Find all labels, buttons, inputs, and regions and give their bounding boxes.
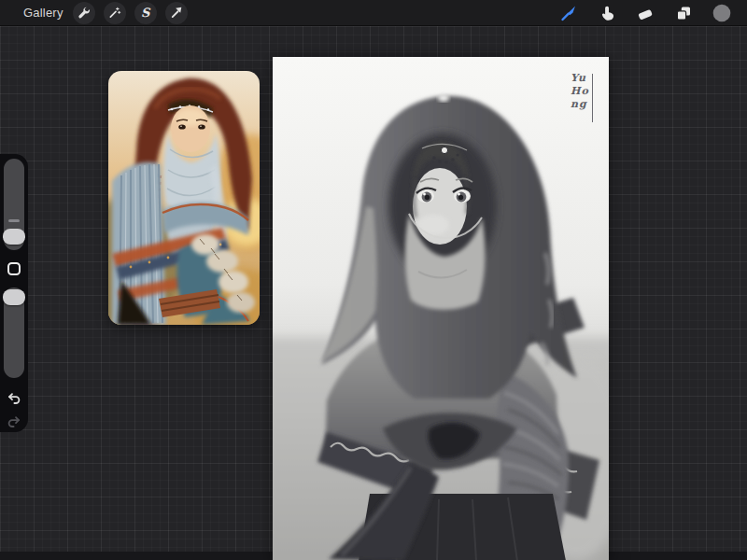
brush-size-tick [8,219,20,222]
brush-size-handle[interactable] [3,229,25,245]
reference-image[interactable] [108,71,260,325]
signature-stroke [592,74,594,122]
redo-arrow-icon[interactable] [7,414,21,429]
actions-button[interactable] [73,2,95,24]
paint-tool-button[interactable] [559,4,578,22]
top-toolbar: Gallery S [0,0,747,26]
artist-signature: Yu Ho ng [571,72,593,122]
undo-arrow-icon[interactable] [7,391,21,406]
magic-wand-icon [107,6,121,20]
side-toolbar [0,154,28,432]
grayscale-painting [273,57,609,560]
smudge-finger-icon [598,4,616,22]
reference-photo [108,71,260,325]
canvas-workspace[interactable]: Yu Ho ng [0,26,747,560]
color-button[interactable] [712,4,731,22]
signature-line: Yu [571,72,589,85]
color-circle [712,4,731,22]
eraser-icon [636,4,655,22]
smudge-tool-button[interactable] [598,4,616,22]
transform-arrow-icon [169,6,183,20]
left-tool-group: S [73,2,188,24]
transform-button[interactable] [165,2,188,24]
signature-line: Ho [571,85,589,98]
erase-tool-button[interactable] [636,4,655,22]
gallery-button[interactable]: Gallery [23,6,63,20]
layers-button[interactable] [674,4,693,22]
wrench-icon [77,6,91,20]
layers-icon [674,4,693,22]
paintbrush-icon [559,4,578,22]
signature-line: ng [571,98,589,111]
selection-button[interactable]: S [134,2,157,24]
adjustments-button[interactable] [104,2,126,24]
right-tool-group [559,0,731,26]
opacity-handle[interactable] [3,289,25,305]
procreate-app-screen: Yu Ho ng [0,0,747,560]
artwork-canvas[interactable]: Yu Ho ng [273,57,609,560]
modify-button[interactable] [7,262,21,275]
selection-s-icon: S [141,7,149,19]
